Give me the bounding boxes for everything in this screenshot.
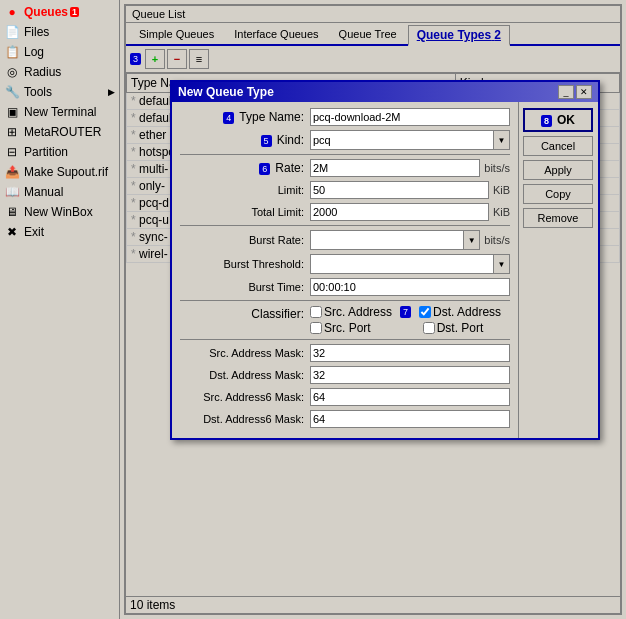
remove-button-dialog[interactable]: Remove (523, 208, 593, 228)
kind-dropdown-arrow[interactable]: ▼ (493, 131, 509, 149)
burst-time-input[interactable] (310, 278, 510, 296)
sidebar-item-new-winbox[interactable]: 🖥 New WinBox (0, 202, 119, 222)
divider-3 (180, 300, 510, 301)
burst-threshold-arrow[interactable]: ▼ (493, 255, 509, 273)
badge-6: 6 (259, 163, 270, 175)
tab-queue-tree[interactable]: Queue Tree (330, 25, 406, 44)
divider-2 (180, 225, 510, 226)
main-content: Queue List Simple Queues Interface Queue… (120, 0, 626, 619)
manual-icon: 📖 (4, 184, 20, 200)
winbox-icon: 🖥 (4, 204, 20, 220)
dst-address-checkbox[interactable] (419, 306, 431, 318)
ok-button[interactable]: 8 OK (523, 108, 593, 132)
files-icon: 📄 (4, 24, 20, 40)
dialog-title: New Queue Type (178, 85, 558, 99)
tools-icon: 🔧 (4, 84, 20, 100)
filter-button[interactable]: ≡ (189, 49, 209, 69)
tab-bar: Simple Queues Interface Queues Queue Tre… (126, 23, 620, 46)
dialog-actions: 8 OK Cancel Apply Copy Remove (518, 102, 598, 438)
src-address-check[interactable]: Src. Address (310, 305, 392, 319)
total-limit-unit: KiB (493, 206, 510, 218)
burst-threshold-select[interactable]: ▼ (310, 254, 510, 274)
sidebar-item-metarouter[interactable]: ⊞ MetaROUTER (0, 122, 119, 142)
tab-interface-queues[interactable]: Interface Queues (225, 25, 327, 44)
burst-threshold-input[interactable] (311, 258, 493, 270)
src-port-check[interactable]: Src. Port (310, 321, 371, 335)
dialog-titlebar: New Queue Type _ ✕ (172, 82, 598, 102)
badge-5: 5 (261, 135, 272, 147)
tab-queue-types[interactable]: Queue Types 2 (408, 25, 510, 46)
limit-unit: KiB (493, 184, 510, 196)
dialog-close-button[interactable]: ✕ (576, 85, 592, 99)
burst-time-row: Burst Time: (180, 278, 510, 296)
sidebar-item-new-terminal[interactable]: ▣ New Terminal (0, 102, 119, 122)
classifier-checks: Src. Address 7 Dst. Address Src. P (310, 305, 501, 335)
total-limit-row: Total Limit: KiB (180, 203, 510, 221)
sidebar-item-exit[interactable]: ✖ Exit (0, 222, 119, 242)
src-address6-mask-row: Src. Address6 Mask: (180, 388, 510, 406)
sidebar-item-log[interactable]: 📋 Log (0, 42, 119, 62)
terminal-icon: ▣ (4, 104, 20, 120)
panel-title: Queue List (126, 6, 620, 23)
sidebar-item-queues[interactable]: ● Queues 1 (0, 2, 119, 22)
dst-port-checkbox[interactable] (423, 322, 435, 334)
dst-address6-mask-row: Dst. Address6 Mask: (180, 410, 510, 428)
burst-rate-select[interactable]: ▼ (310, 230, 480, 250)
sidebar-item-supout[interactable]: 📤 Make Supout.rif (0, 162, 119, 182)
src-address-checkbox[interactable] (310, 306, 322, 318)
kind-input[interactable] (311, 134, 493, 146)
dst-address6-mask-input[interactable] (310, 410, 510, 428)
src-address6-mask-input[interactable] (310, 388, 510, 406)
badge-7: 7 (400, 306, 411, 318)
classifier-row: Classifier: Src. Address 7 Dst. Address (180, 305, 510, 335)
add-button[interactable]: + (145, 49, 165, 69)
type-name-row: 4 Type Name: (180, 108, 510, 126)
copy-button[interactable]: Copy (523, 184, 593, 204)
tab-simple-queues[interactable]: Simple Queues (130, 25, 223, 44)
status-bar: 10 items (126, 596, 620, 613)
table-toolbar: 3 + − ≡ (126, 46, 620, 73)
classifier-row-1: Src. Address 7 Dst. Address (310, 305, 501, 319)
new-queue-type-dialog: New Queue Type _ ✕ 4 Type Name: (170, 80, 600, 440)
divider-4 (180, 339, 510, 340)
cancel-button[interactable]: Cancel (523, 136, 593, 156)
sidebar: ● Queues 1 📄 Files 📋 Log ◎ Radius 🔧 Tool… (0, 0, 120, 619)
sidebar-item-partition[interactable]: ⊟ Partition (0, 142, 119, 162)
kind-row: 5 Kind: ▼ (180, 130, 510, 150)
limit-input[interactable] (310, 181, 489, 199)
rate-input[interactable] (310, 159, 480, 177)
partition-icon: ⊟ (4, 144, 20, 160)
type-name-input[interactable] (310, 108, 510, 126)
apply-button[interactable]: Apply (523, 160, 593, 180)
divider-1 (180, 154, 510, 155)
tools-arrow: ▶ (108, 87, 115, 97)
dialog-minimize-button[interactable]: _ (558, 85, 574, 99)
burst-rate-arrow[interactable]: ▼ (463, 231, 479, 249)
supout-icon: 📤 (4, 164, 20, 180)
metarouter-icon: ⊞ (4, 124, 20, 140)
remove-button[interactable]: − (167, 49, 187, 69)
badge-4: 4 (223, 112, 234, 124)
log-icon: 📋 (4, 44, 20, 60)
classifier-row-2: Src. Port Dst. Port (310, 321, 501, 335)
kind-select[interactable]: ▼ (310, 130, 510, 150)
src-address-mask-input[interactable] (310, 344, 510, 362)
sidebar-item-radius[interactable]: ◎ Radius (0, 62, 119, 82)
radius-icon: ◎ (4, 64, 20, 80)
dst-address-check[interactable]: Dst. Address (419, 305, 501, 319)
dialog-controls: _ ✕ (558, 85, 592, 99)
sidebar-item-tools[interactable]: 🔧 Tools ▶ (0, 82, 119, 102)
sidebar-item-manual[interactable]: 📖 Manual (0, 182, 119, 202)
limit-row: Limit: KiB (180, 181, 510, 199)
burst-rate-input[interactable] (311, 234, 463, 246)
dst-port-check[interactable]: Dst. Port (423, 321, 484, 335)
dialog-body: 4 Type Name: 5 Kind: ▼ (172, 102, 598, 438)
dst-address-mask-input[interactable] (310, 366, 510, 384)
dst-address-mask-row: Dst. Address Mask: (180, 366, 510, 384)
exit-icon: ✖ (4, 224, 20, 240)
src-address-mask-row: Src. Address Mask: (180, 344, 510, 362)
queue-icon: ● (4, 4, 20, 20)
sidebar-item-files[interactable]: 📄 Files (0, 22, 119, 42)
total-limit-input[interactable] (310, 203, 489, 221)
src-port-checkbox[interactable] (310, 322, 322, 334)
